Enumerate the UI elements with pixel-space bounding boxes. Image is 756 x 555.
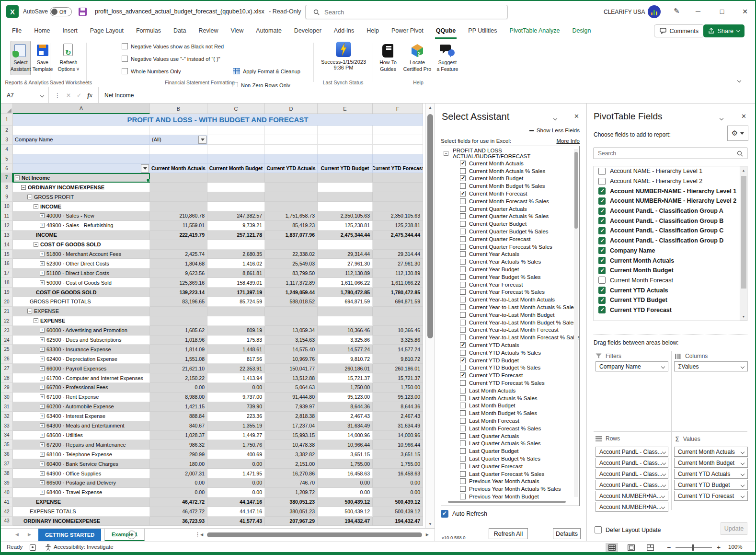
field-checkbox-item[interactable]: Current Quarter Actuals % Sales — [441, 213, 579, 220]
account-label-cell[interactable]: +62400 · Depreciation Expense — [13, 354, 150, 364]
expand-icon[interactable]: + — [40, 442, 45, 447]
row-header[interactable]: 21 — [1, 307, 13, 316]
cell[interactable] — [265, 135, 318, 145]
vertical-scrollbar-thumb[interactable] — [427, 114, 433, 338]
unchecked-checkbox-icon[interactable] — [460, 213, 466, 219]
field-checkbox-item[interactable]: Last Month Budget — [441, 402, 579, 410]
unchecked-checkbox-icon[interactable] — [460, 456, 466, 462]
menu-tab-insert[interactable]: Insert — [57, 23, 84, 39]
locate-certified-pro-button[interactable]: Σ Locate Certified Pro — [402, 41, 432, 75]
header-filter-button[interactable] — [141, 164, 149, 173]
area-chip[interactable]: Account PandL - Class... — [596, 469, 668, 479]
refresh-options-button[interactable]: ↻ Refresh Options ˅ — [55, 41, 82, 75]
field-checkbox-item[interactable]: Last Quarter Budget % Sales — [441, 455, 579, 462]
menu-tab-file[interactable]: File — [6, 23, 28, 39]
account-name[interactable]: CLEARIFY USA — [604, 9, 645, 15]
share-button[interactable]: Share — [703, 24, 745, 37]
value-cell[interactable]: 180.00 — [150, 459, 207, 469]
value-cell[interactable]: 14,000.96 — [373, 431, 423, 440]
field-checkbox-item[interactable]: Previous Year Month Budget — [441, 493, 579, 500]
value-cell[interactable]: 10,366.46 — [373, 326, 423, 335]
value-cell[interactable]: 83,799.50 — [265, 268, 318, 278]
value-cell[interactable]: 171,397.19 — [207, 288, 265, 297]
value-cell[interactable]: 0.00 — [150, 383, 207, 393]
checked-checkbox-icon[interactable] — [598, 187, 606, 195]
value-cell[interactable]: 1,249,059.44 — [265, 288, 318, 297]
area-chip[interactable]: Current YTD Forecast — [674, 491, 748, 501]
collapse-icon[interactable]: − — [21, 185, 26, 190]
field-checkbox-item[interactable]: Current Quarter Budget — [441, 220, 579, 228]
unchecked-checkbox-icon[interactable] — [460, 471, 466, 477]
account-label-cell[interactable]: +66000 · Payroll Expenses — [13, 364, 150, 373]
value-cell[interactable]: 694,871.59 — [318, 297, 373, 307]
field-checkbox-item[interactable]: Current Year-to-Last Month Forecast % Sa… — [441, 334, 579, 341]
area-chip[interactable]: Current YTD Budget — [674, 480, 748, 490]
area-chip[interactable]: Current Month Actuals — [674, 447, 748, 457]
value-cell[interactable]: 9,623.56 — [150, 268, 207, 278]
cell[interactable] — [150, 126, 207, 135]
unchecked-checkbox-icon[interactable] — [460, 395, 466, 401]
chip-chevron-icon[interactable] — [661, 364, 665, 368]
field-checkbox-item[interactable]: Last Quarter Actuals % Sales — [441, 439, 579, 447]
value-cell[interactable]: 9,810.72 — [318, 354, 373, 364]
value-cell[interactable]: 85,419.23 — [265, 221, 318, 231]
unchecked-checkbox-icon[interactable] — [460, 486, 466, 492]
account-label-cell[interactable]: +48900 · Sales - Refurbishing — [13, 221, 150, 231]
field-checkbox-item[interactable]: Current Quarter Actuals — [441, 205, 579, 213]
scroll-down-icon[interactable]: ▼ — [426, 522, 435, 526]
value-cell[interactable]: 400.69 — [207, 450, 265, 459]
value-cell[interactable]: 380,051.23 — [265, 497, 318, 507]
account-label-cell[interactable]: INCOME — [13, 231, 150, 240]
unchecked-checkbox-icon[interactable] — [460, 448, 466, 454]
account-label-cell[interactable]: +62500 · Dues and Subscriptions — [13, 335, 150, 345]
pivot-field-item[interactable]: Account PandL - Classification Group D — [594, 236, 747, 246]
row-header[interactable]: 3 — [1, 135, 13, 145]
area-chip[interactable]: Account PandL - Class... — [596, 458, 668, 468]
column-header-c[interactable]: C — [207, 104, 265, 114]
column-header-a[interactable]: A — [13, 104, 150, 114]
account-label-cell[interactable]: +66500 · Postage and Delivery — [13, 478, 150, 488]
value-cell[interactable]: 1,750.00 — [318, 383, 373, 393]
value-cell[interactable]: 91,444.80 — [265, 393, 318, 402]
field-checkbox-item[interactable]: Current Year Actuals % Sales — [441, 258, 579, 266]
value-cell[interactable]: 888.84 — [150, 412, 207, 421]
value-cell[interactable]: 1,209.72 — [265, 488, 318, 497]
cell[interactable] — [207, 145, 265, 154]
field-checkbox-item[interactable]: Last Month Forecast % Sales — [441, 425, 579, 432]
value-cell[interactable]: 500,439.12 — [373, 497, 423, 507]
value-cell[interactable]: 15,993.15 — [265, 431, 318, 440]
unchecked-checkbox-icon[interactable] — [460, 206, 466, 212]
account-label-cell[interactable]: +60000 · Advertising and Promotion — [13, 326, 150, 335]
value-cell[interactable]: 1,751,658.73 — [265, 211, 318, 221]
field-checkbox-item[interactable]: Current YTD Actuals % Sales — [441, 349, 579, 357]
horizontal-scrollbar-thumb[interactable] — [207, 532, 422, 537]
chip-chevron-icon[interactable] — [741, 450, 745, 453]
field-checkbox-item[interactable]: Current Month Budget % Sales — [441, 182, 579, 190]
field-checkbox-item[interactable]: Last Month Actuals % Sales — [441, 394, 579, 402]
menu-tab-design[interactable]: Design — [566, 23, 597, 39]
collapse-icon[interactable]: − — [34, 204, 38, 209]
expand-icon[interactable]: + — [40, 414, 45, 418]
value-cell[interactable]: 3,325.86 — [373, 335, 423, 345]
area-chip[interactable]: Account PandL - Class... — [596, 447, 668, 457]
unchecked-checkbox-icon[interactable] — [460, 365, 466, 370]
column-header-b[interactable]: B — [150, 104, 207, 114]
account-label-cell[interactable]: +60200 · Automobile Expense — [13, 402, 150, 412]
value-cell[interactable]: 125,369.16 — [150, 278, 207, 288]
expand-icon[interactable]: + — [40, 471, 45, 476]
account-label-cell[interactable]: +66700 · Professional Fees — [13, 383, 150, 393]
row-header[interactable]: 6 — [1, 164, 13, 173]
value-cell[interactable]: 10,969.76 — [265, 354, 318, 364]
value-cell[interactable] — [150, 307, 207, 316]
area-chip[interactable]: Current YTD Actuals — [674, 469, 748, 479]
unchecked-checkbox-icon[interactable] — [460, 403, 466, 408]
chip-chevron-icon[interactable] — [661, 505, 665, 509]
account-label-cell[interactable]: COST OF GOODS SOLD — [13, 288, 150, 297]
account-label-cell[interactable]: EXPENSE TOTALS — [13, 507, 150, 517]
value-cell[interactable]: 5,064.63 — [265, 383, 318, 393]
value-cell[interactable]: 14,577.24 — [373, 345, 423, 354]
fields-scrollbar-thumb[interactable] — [741, 176, 746, 289]
row-header[interactable]: 25 — [1, 345, 13, 354]
value-cell[interactable]: 8,861.81 — [207, 268, 265, 278]
value-cell[interactable]: 31,634.49 — [373, 421, 423, 431]
